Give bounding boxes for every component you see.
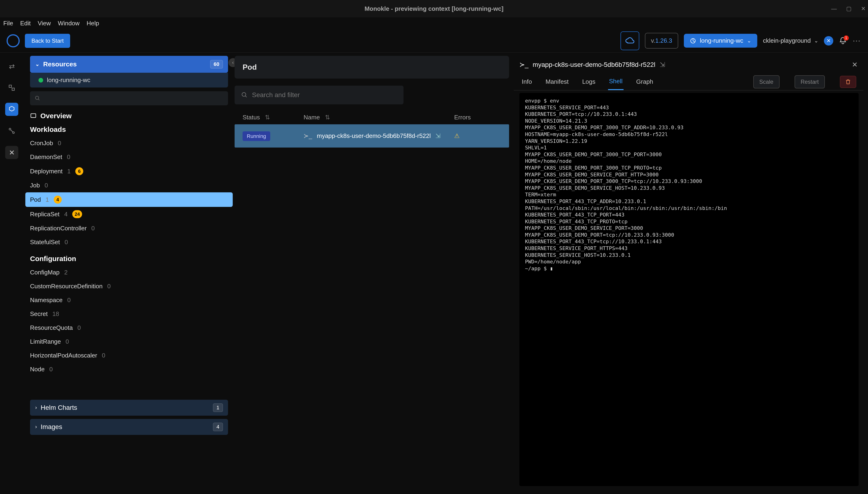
cluster-icon xyxy=(690,38,696,44)
menu-help[interactable]: Help xyxy=(87,20,99,27)
item-count: 0 xyxy=(102,352,105,359)
tab-info[interactable]: Info xyxy=(521,74,533,90)
window-minimize-icon[interactable]: ― xyxy=(831,5,837,12)
project-dropdown[interactable]: cklein-playground ⌄ xyxy=(763,37,818,44)
more-menu-button[interactable]: ⋯ xyxy=(852,36,862,45)
item-name: HorizontalPodAutoscaler xyxy=(30,352,97,359)
window-title: Monokle - previewing context [long-runni… xyxy=(364,5,504,13)
chevron-down-icon: ⌄ xyxy=(747,38,751,44)
tab-graph[interactable]: Graph xyxy=(635,74,654,90)
sidebar-item-configmap[interactable]: ConfigMap2 xyxy=(30,266,228,279)
sidebar-collapse-button[interactable]: ‹ xyxy=(228,58,234,67)
close-panel-button[interactable]: ✕ xyxy=(852,60,858,69)
sidebar-footer-helm-charts[interactable]: ›Helm Charts1 xyxy=(30,400,228,416)
col-status[interactable]: Status ⇅ xyxy=(243,114,304,121)
svg-point-5 xyxy=(35,96,39,99)
section-configuration-title: Configuration xyxy=(30,255,228,263)
filter-input[interactable]: Search and filter xyxy=(234,86,403,104)
window-maximize-icon[interactable]: ▢ xyxy=(846,5,852,12)
svg-rect-6 xyxy=(31,114,36,117)
share-icon[interactable]: ⇲ xyxy=(660,61,665,69)
notification-count-badge: 1 xyxy=(844,35,849,41)
window-close-icon[interactable]: ✕ xyxy=(861,5,866,12)
warning-badge: 6 xyxy=(75,167,83,175)
item-count: 18 xyxy=(52,310,59,318)
sidebar-item-secret[interactable]: Secret18 xyxy=(30,307,228,321)
sidebar-item-daemonset[interactable]: DaemonSet0 xyxy=(30,150,228,164)
sidebar-item-customresourcedefinition[interactable]: CustomResourceDefinition0 xyxy=(30,279,228,293)
item-count: 0 xyxy=(107,283,111,290)
rail-settings-icon[interactable] xyxy=(5,81,18,94)
sidebar-item-limitrange[interactable]: LimitRange0 xyxy=(30,335,228,348)
rail-resources-icon[interactable] xyxy=(5,103,18,116)
overview-header[interactable]: Overview xyxy=(30,112,228,120)
delete-button[interactable] xyxy=(840,76,856,88)
context-name: long-running-wc xyxy=(47,76,90,84)
sidebar-footer-images[interactable]: ›Images4 xyxy=(30,419,228,435)
item-name: ResourceQuota xyxy=(30,324,73,331)
prompt-icon: ≻_ xyxy=(520,61,529,69)
rail-close-icon[interactable]: ✕ xyxy=(5,146,18,159)
status-badge: Running xyxy=(243,131,270,141)
tab-shell[interactable]: Shell xyxy=(608,73,624,90)
main-area: Pod Search and filter Status ⇅ Name ⇅ Er… xyxy=(234,53,868,494)
table-row[interactable]: Running ≻_ myapp-ck8s-user-demo-5db6b75f… xyxy=(234,124,509,148)
sidebar-item-replicationcontroller[interactable]: ReplicationController0 xyxy=(30,222,228,235)
back-to-start-button[interactable]: Back to Start xyxy=(25,34,70,48)
sidebar-item-job[interactable]: Job0 xyxy=(30,178,228,192)
menu-file[interactable]: File xyxy=(3,20,13,27)
tab-logs[interactable]: Logs xyxy=(581,74,596,90)
item-count: 0 xyxy=(67,297,71,304)
sidebar-item-horizontalpodautoscaler[interactable]: HorizontalPodAutoscaler0 xyxy=(30,348,228,362)
project-name: cklein-playground xyxy=(763,37,811,44)
warning-badge: 24 xyxy=(72,210,82,218)
item-count: 0 xyxy=(49,366,53,373)
close-context-button[interactable]: ✕ xyxy=(824,36,833,45)
notifications-button[interactable]: 1 xyxy=(839,37,847,45)
footer-count: 4 xyxy=(213,423,223,431)
cluster-dropdown[interactable]: long-running-wc ⌄ xyxy=(684,34,757,48)
sidebar-item-deployment[interactable]: Deployment16 xyxy=(30,164,228,178)
svg-rect-2 xyxy=(12,88,14,90)
terminal-output[interactable]: envpp $ env KUBERNETES_SERVICE_PORT=443 … xyxy=(520,93,858,486)
menubar: File Edit View Window Help xyxy=(0,17,868,29)
sidebar-item-node[interactable]: Node0 xyxy=(30,362,228,376)
col-name[interactable]: Name ⇅ xyxy=(304,114,454,121)
sidebar-search-input[interactable] xyxy=(30,91,228,105)
sidebar-item-replicaset[interactable]: ReplicaSet424 xyxy=(30,207,228,222)
rail-compare-icon[interactable]: ⇄ xyxy=(5,60,18,73)
rail-graph-icon[interactable] xyxy=(5,124,18,137)
item-name: Pod xyxy=(30,196,41,203)
item-name: ReplicationController xyxy=(30,225,87,232)
col-errors[interactable]: Errors xyxy=(454,114,501,121)
sidebar-item-cronjob[interactable]: CronJob0 xyxy=(30,136,228,150)
svg-rect-1 xyxy=(9,85,12,88)
sidebar-item-namespace[interactable]: Namespace0 xyxy=(30,293,228,307)
menu-window[interactable]: Window xyxy=(58,20,79,27)
item-name: Deployment xyxy=(30,168,63,175)
sidebar-item-pod[interactable]: Pod14 xyxy=(25,192,233,207)
tab-manifest[interactable]: Manifest xyxy=(545,74,569,90)
sidebar-item-resourcequota[interactable]: ResourceQuota0 xyxy=(30,321,228,335)
chevron-right-icon: › xyxy=(35,405,37,411)
cloud-sync-icon[interactable] xyxy=(621,32,639,50)
search-icon xyxy=(241,92,248,98)
sort-icon: ⇅ xyxy=(263,114,270,121)
item-count: 2 xyxy=(64,269,68,276)
restart-button[interactable]: Restart xyxy=(795,75,825,89)
menu-view[interactable]: View xyxy=(38,20,51,27)
resources-count: 60 xyxy=(210,60,223,69)
item-name: StatefulSet xyxy=(30,239,60,246)
share-icon[interactable]: ⇲ xyxy=(435,132,440,139)
sidebar-item-statefulset[interactable]: StatefulSet0 xyxy=(30,235,228,249)
warning-badge: 4 xyxy=(54,196,62,204)
menu-edit[interactable]: Edit xyxy=(20,20,31,27)
item-count: 4 xyxy=(64,211,68,218)
app-logo-icon xyxy=(6,34,20,48)
scale-button[interactable]: Scale xyxy=(753,75,779,89)
sidebar-resources-header[interactable]: ⌄ Resources 60 xyxy=(30,56,228,73)
item-count: 1 xyxy=(45,196,49,203)
sidebar-context-row[interactable]: long-running-wc xyxy=(30,73,228,88)
item-name: CronJob xyxy=(30,139,53,147)
row-name: myapp-ck8s-user-demo-5db6b75f8d-r522l xyxy=(317,132,431,139)
